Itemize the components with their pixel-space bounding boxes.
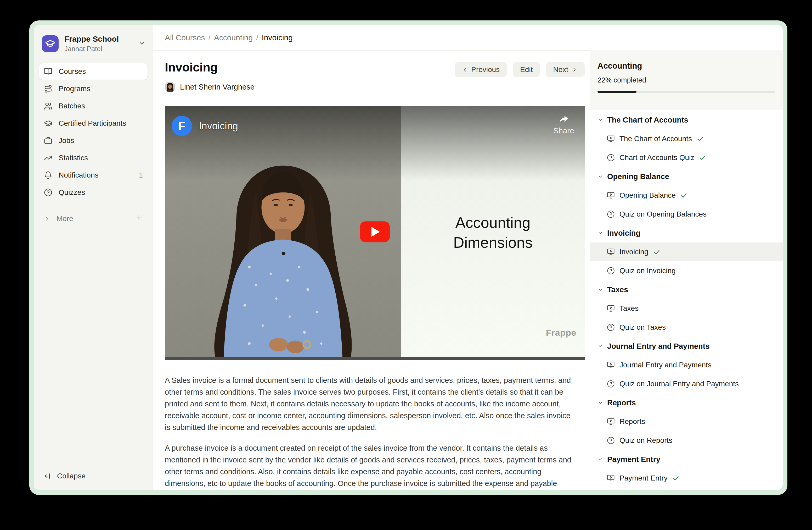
chevron-down-icon (597, 457, 603, 462)
page-title: Invoicing (165, 60, 255, 74)
chevron-down-icon (597, 117, 603, 123)
sidebar-item-label: Quizzes (59, 188, 85, 197)
sidebar-item-statistics[interactable]: Statistics (39, 150, 147, 166)
sidebar-item-batches[interactable]: Batches (39, 98, 147, 114)
outline-item-opening-balance[interactable]: Opening Balance (590, 186, 783, 205)
outline-item-label: The Chart of Accounts (620, 135, 692, 143)
outline-section-the-chart-of-accounts[interactable]: The Chart of Accounts (590, 111, 783, 129)
sidebar-item-quizzes[interactable]: Quizzes (39, 184, 147, 200)
chevron-down-icon (597, 400, 603, 406)
monitor-play-icon (607, 474, 615, 482)
notification-count-badge: 1 (139, 171, 143, 179)
video-bottom-bar (165, 357, 585, 360)
outline-item-payment-entry[interactable]: Payment Entry (590, 469, 783, 488)
chevron-left-icon (462, 67, 468, 73)
workspace-switcher[interactable]: Frappe School Jannat Patel (39, 30, 147, 56)
chevron-down-icon (597, 230, 603, 236)
author-name: Linet Sherin Varghese (180, 83, 255, 92)
help-circle-icon (607, 380, 615, 388)
chevron-down-icon (138, 40, 145, 48)
outline-item-invoicing[interactable]: Invoicing (590, 242, 783, 261)
outline-item-quiz-on-invoicing[interactable]: Quiz on Invoicing (590, 261, 783, 280)
outline-item-reports[interactable]: Reports (590, 412, 783, 431)
outline-section-opening-balance[interactable]: Opening Balance (590, 167, 783, 186)
video-title[interactable]: Invoicing (199, 121, 238, 132)
graduation-cap-icon (45, 39, 56, 49)
outline-item-the-chart-of-accounts[interactable]: The Chart of Accounts (590, 129, 783, 148)
outline-item-label: Quiz on Invoicing (620, 267, 676, 275)
outline-item-label: Journal Entry and Payments (620, 361, 712, 369)
outline-section-title: Reports (607, 399, 636, 407)
sidebar-item-label: Certified Participants (59, 119, 126, 127)
outline-section-taxes[interactable]: Taxes (590, 280, 783, 299)
app-window: Frappe School Jannat Patel CoursesProgra… (29, 20, 787, 495)
outline-item-taxes[interactable]: Taxes (590, 299, 783, 318)
more-label: More (57, 214, 73, 223)
chevron-right-icon (571, 67, 578, 73)
share-icon (556, 114, 571, 126)
course-outline-panel: Accounting 22% completed The Chart of Ac… (590, 25, 783, 490)
outline-section-title: Payment Entry (607, 455, 660, 464)
breadcrumb: All Courses / Accounting / Invoicing (153, 25, 590, 51)
check-icon (653, 249, 660, 255)
sidebar-item-certified-participants[interactable]: Certified Participants (39, 115, 147, 131)
course-progress-bar (597, 91, 775, 93)
frappe-watermark: Frappe (546, 327, 576, 338)
outline-item-journal-entry-and-payments[interactable]: Journal Entry and Payments (590, 355, 783, 375)
outline-section-title: The Chart of Accounts (607, 116, 688, 124)
breadcrumb-separator: / (256, 33, 258, 42)
outline-item-label: Payment Entry (620, 474, 668, 482)
breadcrumb-course[interactable]: Accounting (214, 33, 253, 42)
sidebar-item-jobs[interactable]: Jobs (39, 132, 147, 149)
frappe-school-logo (42, 36, 59, 52)
outline-item-chart-of-accounts-quiz[interactable]: Chart of Accounts Quiz (590, 148, 783, 167)
help-circle-icon (607, 210, 615, 218)
outline-item-label: Invoicing (620, 248, 649, 256)
sidebar-collapse-button[interactable]: Collapse (39, 469, 147, 484)
outline-item-label: Opening Balance (620, 191, 676, 199)
sidebar-more[interactable]: More (39, 211, 147, 226)
outline-item-label: Quiz on Opening Balances (620, 210, 707, 219)
outline-section-journal-entry-and-payments[interactable]: Journal Entry and Payments (590, 337, 783, 355)
outline-item-label: Quiz on Taxes (620, 323, 666, 332)
video-share-button[interactable]: Share (553, 114, 574, 135)
workspace-title: Frappe School (64, 34, 132, 43)
outline-item-quiz-on-opening-balances[interactable]: Quiz on Opening Balances (590, 205, 783, 224)
sidebar-item-label: Statistics (59, 154, 88, 162)
video-slide-title: Accounting Dimensions (401, 213, 585, 252)
course-outline: The Chart of AccountsThe Chart of Accoun… (590, 110, 783, 490)
chevron-down-icon (597, 287, 603, 293)
edit-button[interactable]: Edit (513, 62, 540, 77)
breadcrumb-separator: / (208, 33, 210, 42)
video-player[interactable]: Accounting Dimensions F Invoicing Share (165, 106, 585, 360)
help-circle-icon (607, 436, 615, 444)
outline-section-reports[interactable]: Reports (590, 393, 783, 412)
main-area: All Courses / Accounting / Invoicing Inv… (153, 25, 590, 490)
outline-item-label: Quiz on Reports (620, 436, 672, 445)
video-channel-avatar[interactable]: F (172, 116, 192, 136)
outline-section-invoicing[interactable]: Invoicing (590, 224, 783, 242)
course-progress-label: 22% completed (597, 76, 775, 84)
monitor-play-icon (607, 361, 615, 369)
graduation-cap-icon (44, 119, 52, 127)
outline-section-payment-entry[interactable]: Payment Entry (590, 450, 783, 469)
sidebar-item-label: Courses (59, 67, 86, 76)
check-icon (697, 135, 704, 142)
next-button[interactable]: Next (546, 62, 585, 77)
previous-button[interactable]: Previous (455, 62, 507, 77)
add-button[interactable] (135, 214, 143, 224)
sidebar-item-notifications[interactable]: Notifications1 (39, 167, 147, 183)
breadcrumb-all-courses[interactable]: All Courses (165, 33, 205, 42)
sidebar-nav: CoursesProgramsBatchesCertified Particip… (39, 64, 147, 200)
collapse-sidebar-icon (44, 472, 52, 480)
outline-section-title: Taxes (607, 285, 628, 294)
sidebar-item-programs[interactable]: Programs (39, 81, 147, 97)
help-circle-icon (607, 154, 615, 162)
video-play-button[interactable] (360, 221, 390, 242)
chevron-down-icon (597, 343, 603, 349)
sidebar-item-courses[interactable]: Courses (39, 64, 147, 80)
outline-item-quiz-on-journal-entry-and-payments[interactable]: Quiz on Journal Entry and Payments (590, 375, 783, 393)
outline-item-quiz-on-reports[interactable]: Quiz on Reports (590, 431, 783, 450)
outline-item-quiz-on-taxes[interactable]: Quiz on Taxes (590, 318, 783, 337)
outline-item-label: Quiz on Journal Entry and Payments (620, 380, 739, 388)
